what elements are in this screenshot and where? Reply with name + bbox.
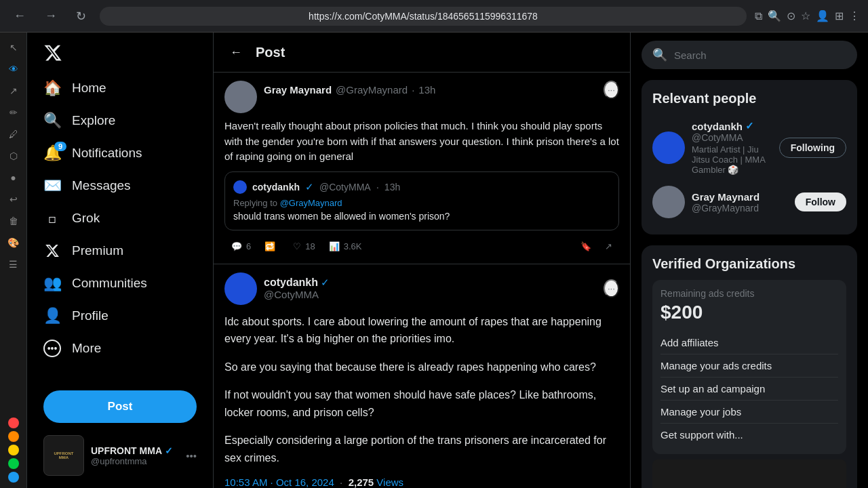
bookmarks-bar-icon[interactable]: ⊞ (835, 9, 844, 22)
gray-maynard-follow-button[interactable]: Follow (795, 192, 846, 211)
sidebar-item-notifications[interactable]: 🔔 Notifications 9 (35, 138, 205, 169)
add-affiliates-link[interactable]: Add affiliates (660, 331, 838, 354)
quoted-tweet[interactable]: cotydankh ✓ @CotyMMA · 13h Replying to @… (224, 171, 619, 230)
bookmark-action[interactable]: 🔖 (574, 237, 598, 256)
views-count: 3.6K (344, 241, 362, 251)
sidebar-item-home[interactable]: 🏠 Home (35, 73, 205, 104)
main-tweet-para-3: If not wouldn't you say that women shoul… (224, 386, 619, 421)
cotydankh-follow-button[interactable]: Following (779, 138, 846, 158)
video-play-icon[interactable]: ▶ (743, 484, 755, 488)
home-icon: 🏠 (43, 79, 61, 97)
color-yellow[interactable] (8, 445, 19, 455)
verified-orgs-title: Verified Organizations (652, 256, 846, 272)
cotydankh-right-info: cotydankh ✓ @CotyMMA Martial Artist | Ji… (692, 120, 772, 175)
gray-maynard-right-avatar[interactable] (652, 186, 685, 218)
sidebar-item-profile[interactable]: 👤 Profile (35, 300, 205, 331)
main-tweet-body: Idc about sports. I care about lowering … (224, 313, 619, 467)
reply-action[interactable]: 💬 6 (224, 237, 258, 256)
account-switcher[interactable]: UPFRONT MMA UPFRONT MMA ✓ @upfrontmma ••… (35, 428, 205, 483)
quoted-handle: @CotyMMA (319, 182, 371, 192)
undo-tool[interactable]: ↩ (4, 190, 23, 209)
reader-icon[interactable]: ⊙ (787, 9, 795, 22)
browser-toolbar: ⧉ 🔍 ⊙ ☆ 👤 ⊞ ⋮ (755, 9, 860, 22)
x-logo[interactable] (35, 38, 205, 70)
color-orange[interactable] (8, 431, 19, 442)
bookmark-icon: 🔖 (580, 241, 591, 251)
reply-tweet: Gray Maynard @GrayMaynard · 13h ··· Have… (214, 73, 630, 264)
browser-chrome: ← → ↻ ⧉ 🔍 ⊙ ☆ 👤 ⊞ ⋮ (0, 0, 868, 33)
footer-avatar: UPFRONT MMA (43, 435, 84, 476)
zoom-icon[interactable]: 🔍 (768, 9, 781, 22)
refresh-button[interactable]: ↻ (71, 6, 92, 26)
sidebar-item-explore[interactable]: 🔍 Explore (35, 105, 205, 136)
sidebar-item-grok[interactable]: ◻ Grok (35, 203, 205, 234)
communities-label: Communities (72, 276, 147, 291)
drawing-toolbar: ↖ 👁 ↗ ✏ 🖊 ⬡ ● ↩ 🗑 🎨 ☰ (0, 33, 27, 488)
back-button[interactable]: ← (224, 41, 248, 64)
share-action[interactable]: ↗ (598, 237, 619, 256)
circle-tool[interactable]: ● (4, 168, 23, 187)
quoted-time: 13h (384, 182, 400, 192)
cotydankh-avatar[interactable] (224, 272, 257, 305)
post-title: Post (256, 45, 285, 60)
quoted-name: cotydankh (252, 182, 300, 192)
footer-verified-icon: ✓ (165, 445, 173, 456)
sidebar-item-messages[interactable]: ✉️ Messages (35, 170, 205, 201)
bookmark-icon[interactable]: ☆ (801, 9, 810, 22)
sidebar-item-more[interactable]: ••• More (35, 333, 205, 364)
main-tweet-para-2: So are you saying that because there is … (224, 359, 619, 376)
forward-nav-button[interactable]: → (39, 6, 62, 26)
notifications-badge: 9 (54, 142, 66, 151)
back-nav-button[interactable]: ← (8, 6, 31, 26)
pencil-tool[interactable]: ✏ (4, 103, 23, 122)
manage-ads-credits-link[interactable]: Manage your ads credits (660, 354, 838, 377)
pen-tool[interactable]: 🖊 (4, 125, 23, 144)
shape-tool[interactable]: ⬡ (4, 146, 23, 165)
like-action[interactable]: ♡ 18 (286, 237, 321, 256)
reply-count: 6 (246, 241, 251, 251)
explore-icon: 🔍 (43, 112, 61, 129)
relevant-people-title: Relevant people (652, 91, 846, 106)
manage-jobs-link[interactable]: Manage your jobs (660, 400, 838, 423)
cotydankh-right-avatar[interactable] (652, 131, 685, 164)
main-tweet-header: cotydankh ✓ @CotyMMA ··· (224, 272, 619, 305)
search-input[interactable] (674, 49, 846, 61)
pointer-tool[interactable]: ↖ (4, 38, 23, 57)
color-tool[interactable]: 🎨 (4, 233, 23, 252)
extensions-icon[interactable]: ⧉ (755, 10, 762, 22)
post-button[interactable]: Post (43, 390, 197, 423)
eye-tool[interactable]: 👁 (4, 60, 23, 79)
sidebar-item-communities[interactable]: 👥 Communities (35, 268, 205, 299)
video-overlay[interactable]: DLTAEV ▶ Mes... (652, 460, 846, 488)
color-green[interactable] (8, 458, 19, 469)
main-tweet-more-button[interactable]: ··· (604, 279, 619, 298)
tweet-views-count: 2,275 (349, 476, 374, 488)
get-support-link[interactable]: Get support with... (660, 423, 838, 446)
ads-credits-label: Remaining ads credits (660, 288, 838, 299)
views-action[interactable]: 📊 3.6K (322, 237, 369, 256)
main-nav: 🏠 Home 🔍 Explore 🔔 Notifications 9 ✉️ Me… (35, 73, 205, 382)
set-up-campaign-link[interactable]: Set up an ad campaign (660, 377, 838, 400)
color-blue[interactable] (8, 472, 19, 483)
cotydankh-right-bio: Martial Artist | Jiu Jitsu Coach | MMA G… (692, 144, 772, 175)
cotydankh-right-handle: @CotyMMA (692, 132, 772, 143)
cursor-tool[interactable]: ↗ (4, 81, 23, 100)
gray-maynard-avatar[interactable] (224, 81, 257, 113)
like-icon: ♡ (293, 241, 301, 251)
main-tweet-timestamp: 10:53 AM · Oct 16, 2024 · 2,275 Views (224, 476, 619, 488)
tweet-more-button[interactable]: ··· (604, 81, 619, 99)
profile-icon[interactable]: 👤 (816, 9, 829, 22)
quoted-header: cotydankh ✓ @CotyMMA · 13h (233, 180, 610, 194)
person-card-gray-maynard: Gray Maynard @GrayMaynard Follow (652, 180, 846, 224)
search-bar-container[interactable]: 🔍 (642, 41, 857, 69)
list-tool[interactable]: ☰ (4, 255, 23, 274)
tweet-header: Gray Maynard @GrayMaynard · 13h ··· (224, 81, 619, 113)
retweet-action[interactable]: 🔁 (258, 237, 286, 256)
eraser-tool[interactable]: 🗑 (4, 211, 23, 230)
verified-orgs-section: Verified Organizations Remaining ads cre… (642, 245, 857, 488)
menu-icon[interactable]: ⋮ (849, 9, 860, 22)
address-bar[interactable] (100, 7, 747, 26)
tweet-body: Haven't really thought about prison poli… (224, 119, 619, 165)
color-red[interactable] (8, 418, 19, 428)
sidebar-item-premium[interactable]: Premium (35, 235, 205, 266)
